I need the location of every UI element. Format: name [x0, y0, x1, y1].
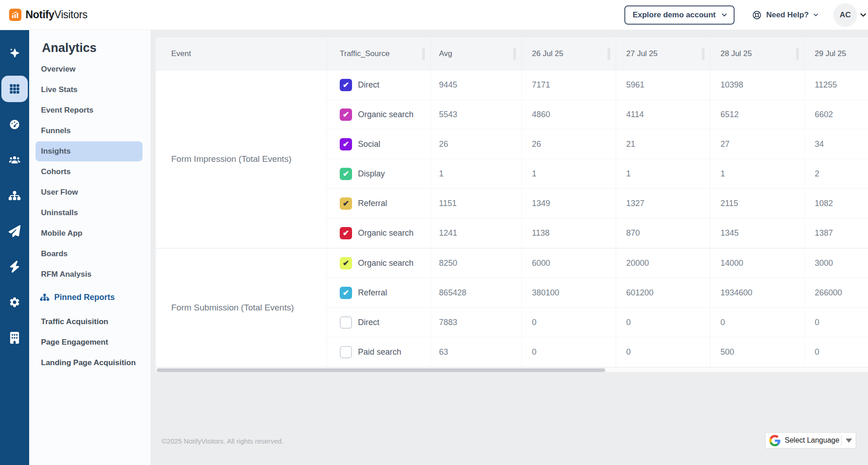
check-icon: ✔	[342, 81, 349, 89]
sidebar-item-label: Traffic Acquisition	[41, 317, 108, 326]
rail-item-grid[interactable]	[1, 76, 28, 102]
value-cell: 2	[805, 159, 868, 188]
sidebar-item-live-stats[interactable]: Live Stats	[36, 80, 143, 100]
sidebar-heading: Analytics	[29, 30, 151, 55]
sidebar-item-event-reports[interactable]: Event Reports	[36, 100, 143, 120]
brand-logo[interactable]: NotifyVisitors	[0, 9, 87, 21]
value-cell: 6602	[805, 100, 868, 129]
traffic-checkbox[interactable]: ✔	[340, 138, 352, 150]
traffic-source-cell: ✔Referral	[327, 189, 431, 218]
google-translate-widget[interactable]: Select Language	[765, 432, 856, 449]
insights-table-card: EventTraffic_SourceAvg26 Jul 2527 Jul 25…	[156, 37, 868, 372]
sidebar-item-user-flow[interactable]: User Flow	[36, 182, 143, 202]
check-icon: ✔	[342, 289, 349, 297]
traffic-checkbox[interactable]: ✔	[340, 197, 352, 210]
sidebar-item-label: Insights	[41, 147, 71, 156]
table-row: ✔Organic search55434860411465126602	[327, 100, 868, 129]
traffic-checkbox[interactable]: ✔	[340, 257, 352, 269]
sidebar-item-insights[interactable]: Insights	[36, 141, 143, 161]
check-icon: ✔	[342, 200, 349, 207]
column-resize-handle[interactable]	[422, 47, 425, 60]
value-cell: 5961	[616, 70, 710, 99]
explore-demo-account-label: Explore demo account	[633, 10, 715, 20]
table-row: ✔Referral11511349132721151082	[327, 189, 868, 218]
check-icon: ✔	[342, 170, 349, 178]
column-header-label: Avg	[439, 49, 452, 58]
column-header-event: Event	[156, 37, 327, 70]
traffic-source-label: Direct	[358, 80, 379, 90]
traffic-source-label: Direct	[358, 318, 379, 327]
column-header-avg[interactable]: Avg	[431, 37, 522, 70]
value-cell: 26	[522, 129, 616, 159]
check-icon: ✔	[342, 111, 349, 119]
sidebar-item-landing-page-acquisition[interactable]: Landing Page Acquisition	[36, 353, 143, 373]
account-chevron-down-icon[interactable]	[859, 11, 867, 19]
traffic-source-label: Referral	[358, 288, 387, 298]
value-cell: 1241	[431, 218, 522, 248]
traffic-checkbox[interactable]: ✔	[340, 287, 352, 299]
column-resize-handle[interactable]	[796, 47, 799, 60]
traffic-source-cell: ✔Organic search	[327, 248, 431, 278]
table-body: Form Impression (Total Events)✔Direct944…	[156, 70, 868, 367]
column-header-27-jul-25[interactable]: 27 Jul 25	[616, 37, 710, 70]
sidebar-item-page-engagement[interactable]: Page Engagement	[36, 332, 143, 352]
value-cell: 0	[805, 308, 868, 337]
sidebar-item-cohorts[interactable]: Cohorts	[36, 162, 143, 182]
traffic-source-cell: ✔Organic search	[327, 218, 431, 248]
need-help-button[interactable]: Need Help?	[752, 10, 819, 20]
column-header-26-jul-25[interactable]: 26 Jul 25	[522, 37, 616, 70]
sidebar-item-label: RFM Analysis	[41, 270, 92, 279]
rail-item-gauge[interactable]	[1, 111, 28, 138]
audience-icon	[9, 154, 20, 166]
user-avatar[interactable]: AC	[833, 3, 857, 27]
column-header-traffic-source[interactable]: Traffic_Source	[327, 37, 431, 70]
sidebar-item-label: Uninstalls	[41, 208, 78, 217]
pinned-reports-label: Pinned Reports	[54, 293, 115, 302]
sitemap-icon	[40, 293, 49, 302]
sidebar-item-mobile-app[interactable]: Mobile App	[36, 223, 143, 243]
event-group-rows: ✔Direct9445717159611039811255✔Organic se…	[327, 70, 868, 248]
scrollbar-thumb[interactable]	[157, 368, 605, 372]
rail-item-sitemap[interactable]	[1, 182, 28, 209]
rail-item-send[interactable]	[1, 218, 28, 244]
column-resize-handle[interactable]	[513, 47, 516, 60]
sidebar-item-rfm-analysis[interactable]: RFM Analysis	[36, 264, 143, 284]
column-header-29-jul-25[interactable]: 29 Jul 25	[805, 37, 868, 70]
brand-name-bold: Notify	[26, 9, 54, 21]
sidebar-item-overview[interactable]: Overview	[36, 59, 143, 79]
value-cell: 1934600	[710, 278, 805, 307]
explore-demo-account-button[interactable]: Explore demo account	[624, 5, 735, 25]
table-row: ✔Social2626212734	[327, 129, 868, 159]
grid-icon	[9, 83, 20, 95]
value-cell: 1	[431, 159, 522, 188]
rail-item-building[interactable]	[1, 325, 28, 351]
column-header-28-jul-25[interactable]: 28 Jul 25	[710, 37, 805, 70]
value-cell: 1	[616, 159, 710, 188]
analytics-sidebar: Analytics OverviewLive StatsEvent Report…	[29, 30, 151, 465]
sidebar-item-uninstalls[interactable]: Uninstalls	[36, 203, 143, 223]
brand-name: NotifyVisitors	[26, 9, 87, 21]
brand-name-regular: Visitors	[54, 9, 87, 21]
traffic-source-label: Organic search	[358, 258, 414, 268]
column-resize-handle[interactable]	[608, 47, 610, 60]
sidebar-item-pinned-reports[interactable]: Pinned Reports	[36, 287, 143, 307]
traffic-source-label: Organic search	[358, 110, 414, 119]
rail-item-audience[interactable]	[1, 147, 28, 173]
sidebar-item-traffic-acquisition[interactable]: Traffic Acquisition	[36, 312, 143, 332]
traffic-checkbox[interactable]	[340, 316, 352, 329]
rail-item-gear[interactable]	[1, 289, 28, 315]
traffic-checkbox[interactable]: ✔	[340, 168, 352, 180]
traffic-checkbox[interactable]: ✔	[340, 79, 352, 91]
sidebar-item-label: Mobile App	[41, 229, 82, 238]
sidebar-item-label: Funnels	[41, 126, 71, 135]
sidebar-item-funnels[interactable]: Funnels	[36, 121, 143, 141]
value-cell: 9445	[431, 70, 522, 99]
traffic-checkbox[interactable]: ✔	[340, 227, 352, 239]
rail-item-sparkles[interactable]	[1, 40, 28, 67]
traffic-checkbox[interactable]	[340, 346, 352, 358]
horizontal-scrollbar[interactable]	[156, 367, 868, 372]
rail-item-bolt[interactable]	[1, 253, 28, 280]
sidebar-item-boards[interactable]: Boards	[36, 244, 143, 264]
column-resize-handle[interactable]	[702, 47, 705, 60]
traffic-checkbox[interactable]: ✔	[340, 108, 352, 121]
